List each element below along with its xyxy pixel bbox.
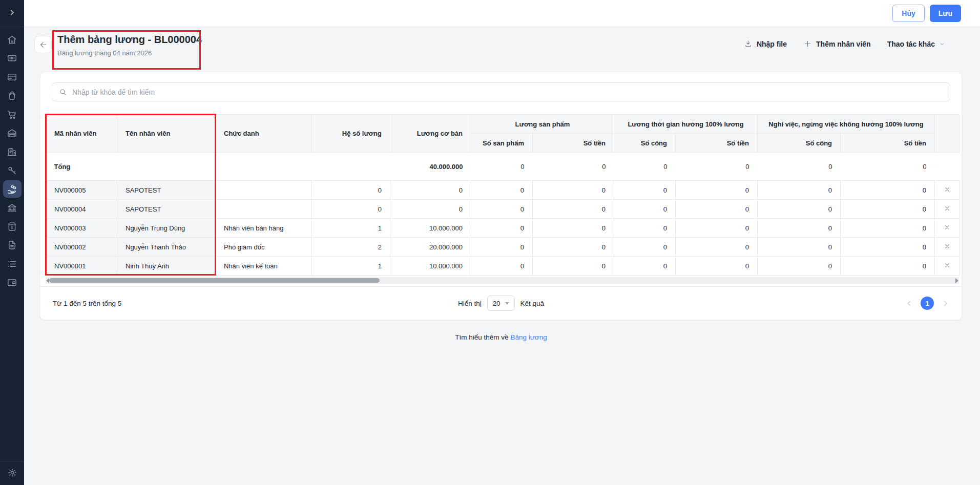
page-size-select[interactable]: 20	[487, 296, 515, 311]
chevron-down-icon	[939, 41, 945, 47]
import-file-button[interactable]: Nhập file	[744, 39, 787, 48]
cell-value[interactable]: 0	[841, 181, 935, 200]
sidebar-item-credit-card[interactable]	[3, 68, 22, 86]
cell-value[interactable]: 0	[841, 257, 935, 276]
employee-row: NV000002Nguyễn Thanh ThảoPhó giám đốc220…	[46, 238, 960, 257]
scroll-right-arrow-icon[interactable]	[955, 278, 958, 283]
cell-salary-coefficient[interactable]: 0	[312, 181, 390, 200]
more-actions-label: Thao tác khác	[887, 40, 935, 48]
cell-value[interactable]: 0	[533, 257, 614, 276]
cell-value[interactable]: 0	[533, 200, 614, 219]
cell-value[interactable]: 0	[758, 257, 841, 276]
learn-more-link[interactable]: Bảng lương	[511, 333, 547, 341]
sidebar-item-shopping-cart[interactable]	[3, 106, 22, 123]
sidebar-item-shopping-bag[interactable]	[3, 87, 22, 104]
cell-value[interactable]: 0	[676, 219, 758, 238]
topbar: Hủy Lưu	[24, 0, 980, 27]
chevron-right-icon	[942, 300, 949, 307]
sidebar-item-invoice[interactable]: $	[3, 218, 22, 235]
cell-salary-coefficient[interactable]: 0	[312, 200, 390, 219]
credit-card-icon	[7, 72, 17, 82]
remove-row-button[interactable]	[944, 205, 951, 212]
cell-salary-coefficient[interactable]: 2	[312, 238, 390, 257]
search-input[interactable]	[72, 88, 943, 96]
next-page-button[interactable]	[942, 300, 949, 307]
prev-page-button[interactable]	[905, 300, 913, 307]
cell-value[interactable]: 0	[533, 219, 614, 238]
arrow-left-icon	[39, 40, 48, 49]
sidebar-item-bank[interactable]	[3, 199, 22, 217]
cell-value[interactable]: 0	[758, 181, 841, 200]
sidebar-item-payroll-hand-coins[interactable]	[3, 180, 22, 198]
cell-value[interactable]: 0	[614, 200, 676, 219]
cell-value[interactable]: 0	[533, 238, 614, 257]
cell-value[interactable]: 0	[614, 219, 676, 238]
plus-icon	[803, 39, 812, 48]
sidebar-item-document[interactable]	[3, 237, 22, 254]
back-button[interactable]	[34, 36, 52, 53]
sidebar-item-pos-screen[interactable]	[3, 50, 22, 67]
remove-row-button[interactable]	[944, 224, 951, 231]
cell-value[interactable]: 0	[758, 238, 841, 257]
sidebar-item-settings[interactable]	[7, 468, 17, 479]
total-label: Tổng	[46, 153, 117, 181]
more-actions-button[interactable]: Thao tác khác	[887, 40, 945, 48]
save-button[interactable]: Lưu	[930, 5, 961, 22]
sidebar-item-wallet[interactable]	[3, 274, 22, 291]
cell-base-salary[interactable]: 0	[390, 200, 471, 219]
cell-value[interactable]: 0	[676, 200, 758, 219]
select-caret-icon	[505, 302, 509, 305]
scrollbar-thumb[interactable]	[49, 278, 380, 283]
cell-value[interactable]: 0	[676, 238, 758, 257]
cell-value[interactable]: 0	[471, 200, 533, 219]
add-employee-button[interactable]: Thêm nhân viên	[803, 39, 871, 48]
cell-employee-code: NV000004	[46, 200, 117, 219]
cell-value[interactable]: 0	[471, 257, 533, 276]
current-page-button[interactable]: 1	[921, 297, 934, 310]
sidebar-expand-button[interactable]	[8, 9, 16, 18]
remove-row-button[interactable]	[944, 186, 951, 193]
sidebar-item-company-building[interactable]	[3, 143, 22, 160]
sub-header-2-0: Số công	[758, 134, 841, 153]
cell-salary-coefficient[interactable]: 1	[312, 257, 390, 276]
range-text: Từ 1 đến 5 trên tổng 5	[53, 300, 121, 307]
cell-value[interactable]: 0	[841, 219, 935, 238]
sidebar-item-warehouse[interactable]	[3, 124, 22, 142]
cell-value[interactable]: 0	[471, 238, 533, 257]
cell-value[interactable]: 0	[758, 200, 841, 219]
sidebar-item-home[interactable]	[3, 31, 22, 48]
cell-base-salary[interactable]: 10.000.000	[390, 257, 471, 276]
import-file-label: Nhập file	[757, 40, 787, 48]
remove-row-button[interactable]	[944, 262, 951, 269]
cell-value[interactable]: 0	[676, 181, 758, 200]
sub-header-0-0: Số sản phẩm	[471, 134, 533, 153]
cancel-button[interactable]: Hủy	[892, 5, 924, 22]
cell-value[interactable]: 0	[614, 181, 676, 200]
search-icon	[59, 88, 67, 96]
cell-base-salary[interactable]: 0	[390, 181, 471, 200]
results-label: Kết quả	[520, 300, 545, 307]
close-x-icon	[944, 262, 951, 269]
payroll-card: Mã nhân viênTên nhân viênChức danhHệ số …	[40, 72, 962, 320]
cell-value[interactable]: 0	[841, 200, 935, 219]
sidebar-item-key[interactable]	[3, 162, 22, 179]
company-building-icon	[7, 146, 17, 157]
cell-employee-name: Ninh Thuỳ Anh	[117, 257, 216, 276]
content: Thêm bảng lương - BL000004 Bảng lương th…	[24, 27, 980, 485]
cell-base-salary[interactable]: 10.000.000	[390, 219, 471, 238]
table-footer: Từ 1 đến 5 trên tổng 5 Hiển thị 20 Kết q…	[40, 286, 962, 320]
cell-value[interactable]: 0	[614, 257, 676, 276]
cell-salary-coefficient[interactable]: 1	[312, 219, 390, 238]
cell-base-salary[interactable]: 20.000.000	[390, 238, 471, 257]
cell-value[interactable]: 0	[841, 238, 935, 257]
horizontal-scrollbar[interactable]	[46, 277, 959, 284]
cell-value[interactable]: 0	[471, 219, 533, 238]
cell-value[interactable]: 0	[676, 257, 758, 276]
remove-row-button[interactable]	[944, 243, 951, 250]
cell-value[interactable]: 0	[471, 181, 533, 200]
total-value: 0	[841, 153, 935, 181]
sidebar-item-list[interactable]	[3, 255, 22, 272]
cell-value[interactable]: 0	[533, 181, 614, 200]
cell-value[interactable]: 0	[758, 219, 841, 238]
cell-value[interactable]: 0	[614, 238, 676, 257]
